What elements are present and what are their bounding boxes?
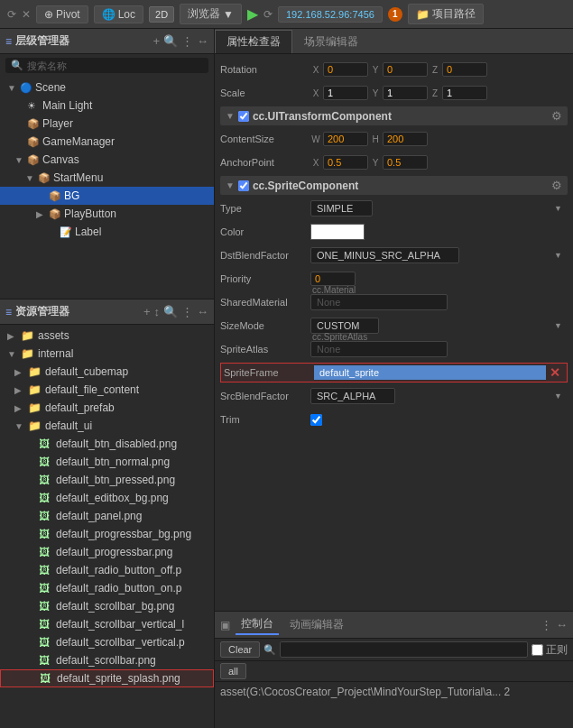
ui-transform-title: cc.UITransformComponent [253,110,548,123]
tree-item-playbutton[interactable]: ▶ 📦 PlayButton [0,205,214,223]
asset-item-radio-on[interactable]: 🖼 default_radio_button_on.p [0,579,214,597]
clear-button[interactable]: Clear [220,641,260,658]
rotation-y-input[interactable] [383,62,428,77]
dst-blend-label: DstBlendFactor [220,250,310,261]
regex-checkbox[interactable] [531,644,543,656]
asset-item-btn-normal[interactable]: 🖼 default_btn_normal.png [0,453,214,471]
right-panel: 属性检查器 场景编辑器 Rotation X Y Z [215,29,573,728]
asset-item-progressbar[interactable]: 🖼 default_progressbar.png [0,543,214,561]
all-filter-button[interactable]: all [220,663,246,679]
notification-badge[interactable]: 1 [388,7,402,22]
priority-input[interactable] [310,272,356,286]
collapse-arrow-icon[interactable]: ▼ [226,180,235,190]
trim-checkbox[interactable] [310,414,322,426]
local-button[interactable]: 🌐 Loc [94,5,143,23]
tree-item-startmenu[interactable]: ▼ 📦 StartMenu [0,169,214,187]
browser-button[interactable]: 浏览器 ▼ [180,4,242,24]
tree-item-canvas[interactable]: ▼ 📦 Canvas [0,151,214,169]
node-icon: 📦 [49,190,61,202]
sprite-checkbox[interactable] [238,180,249,191]
tree-item-player[interactable]: 📦 Player [0,115,214,133]
asset-item-btn-disabled[interactable]: 🖼 default_btn_disabled.png [0,435,214,453]
asset-item-scrollbar-vertical-l[interactable]: 🖼 default_scrollbar_vertical_l [0,615,214,633]
asset-add-btn[interactable]: + [143,305,151,318]
image-icon: 🖼 [39,600,53,613]
content-size-h-input[interactable] [383,132,428,146]
asset-item-cubemap[interactable]: ▶ 📁 default_cubemap [0,363,214,381]
asset-item-scrollbar-bg[interactable]: 🖼 default_scrollbar_bg.png [0,597,214,615]
hierarchy-menu-btn[interactable]: ⋮ [181,34,193,48]
asset-item-btn-pressed[interactable]: 🖼 default_btn_pressed.png [0,471,214,489]
tree-item-gamemanager[interactable]: 📦 GameManager [0,133,214,151]
content-size-w-input[interactable] [323,132,368,146]
asset-item-prefab[interactable]: ▶ 📁 default_prefab [0,399,214,417]
asset-item-assets[interactable]: ▶ 📁 assets [0,327,214,345]
tree-item-label: BG [64,189,79,202]
rotation-z-input[interactable] [442,62,487,77]
asset-search-btn[interactable]: 🔍 [163,305,178,318]
sprite-frame-clear-btn[interactable]: ✕ [546,365,564,380]
gear-icon[interactable]: ⚙ [551,109,562,123]
console-filter-input[interactable] [280,641,528,658]
tree-item-scene[interactable]: ▼ 🔵 Scene [0,78,214,97]
anchor-y-input[interactable] [383,155,428,170]
asset-item-internal[interactable]: ▼ 📁 internal [0,345,214,363]
play-icon[interactable]: ▶ [247,5,258,23]
sprite-frame-input[interactable] [314,365,546,380]
ip-address: 192.168.52.96:7456 [278,6,383,23]
asset-actions: + ↕ 🔍 ⋮ ↔ [143,305,208,318]
console-menu-btn[interactable]: ⋮ [541,618,552,631]
hierarchy-search-btn[interactable]: 🔍 [163,34,178,48]
color-swatch[interactable] [310,224,365,240]
scale-z-input[interactable] [442,86,487,100]
tab-console[interactable]: 控制台 [236,614,279,635]
tree-item-main-light[interactable]: ☀ Main Light [0,97,214,115]
asset-item-editbox[interactable]: 🖼 default_editbox_bg.png [0,489,214,507]
scale-x-input[interactable] [323,86,368,100]
asset-item-file-content[interactable]: ▶ 📁 default_file_content [0,381,214,399]
project-path-button[interactable]: 📁 项目路径 [408,4,484,24]
asset-item-panel[interactable]: 🖼 default_panel.png [0,507,214,525]
hierarchy-expand-btn[interactable]: ↔ [197,34,208,48]
gear-icon[interactable]: ⚙ [551,179,562,192]
stop-icon[interactable]: ✕ [22,8,31,21]
shared-material-row: SharedMaterial cc.Material [220,292,568,312]
rotation-x-input[interactable] [323,62,368,77]
tree-item-bg[interactable]: 📦 BG [0,187,214,205]
anchor-x-input[interactable] [323,155,368,170]
hierarchy-header: ≡ 层级管理器 + 🔍 ⋮ ↔ [0,29,214,54]
pivot-button[interactable]: ⊕ Pivot [36,5,88,23]
reload2-icon[interactable]: ⟳ [263,8,273,21]
asset-item-scrollbar-vertical-p[interactable]: 🖼 default_scrollbar_vertical.p [0,633,214,651]
asset-expand-btn[interactable]: ↔ [197,305,208,318]
tab-animation[interactable]: 动画编辑器 [284,615,349,634]
console-expand-btn[interactable]: ↔ [556,618,568,631]
collapse-arrow-icon[interactable]: ▼ [226,111,235,121]
shared-material-input[interactable] [310,294,448,310]
sprite-atlas-input[interactable] [310,341,448,357]
hierarchy-add-btn[interactable]: + [152,34,160,48]
asset-item-radio-off[interactable]: 🖼 default_radio_button_off.p [0,561,214,579]
reload-icon[interactable]: ⟳ [7,8,16,21]
asset-item-sprite-splash[interactable]: 🖼 default_sprite_splash.png [0,669,214,687]
src-blend-dropdown[interactable]: SRC_ALPHA [310,388,395,404]
tab-properties[interactable]: 属性检查器 [215,30,292,53]
asset-item-default-ui[interactable]: ▼ 📁 default_ui [0,417,214,435]
2d-mode-button[interactable]: 2D [149,6,174,23]
asset-item-scrollbar[interactable]: 🖼 default_scrollbar.png [0,651,214,669]
arrow-icon: ▶ [14,385,25,395]
tree-item-label[interactable]: 📝 Label [0,223,214,241]
hierarchy-search-bar: 🔍 [5,58,208,73]
type-dropdown[interactable]: SIMPLE [310,200,373,217]
ui-transform-checkbox[interactable] [238,111,249,122]
image-icon: 🖼 [39,438,53,450]
asset-item-progressbar-bg[interactable]: 🖼 default_progressbar_bg.png [0,525,214,543]
tab-scene-editor[interactable]: 场景编辑器 [292,30,370,53]
arrow-icon: ▼ [25,173,36,183]
priority-row: Priority [220,269,568,289]
dst-blend-dropdown[interactable]: ONE_MINUS_SRC_ALPHA [310,247,459,263]
scale-y-input[interactable] [383,86,428,100]
asset-sort-btn[interactable]: ↕ [154,305,161,318]
asset-menu-btn[interactable]: ⋮ [181,305,193,318]
hierarchy-search-input[interactable] [27,60,203,71]
